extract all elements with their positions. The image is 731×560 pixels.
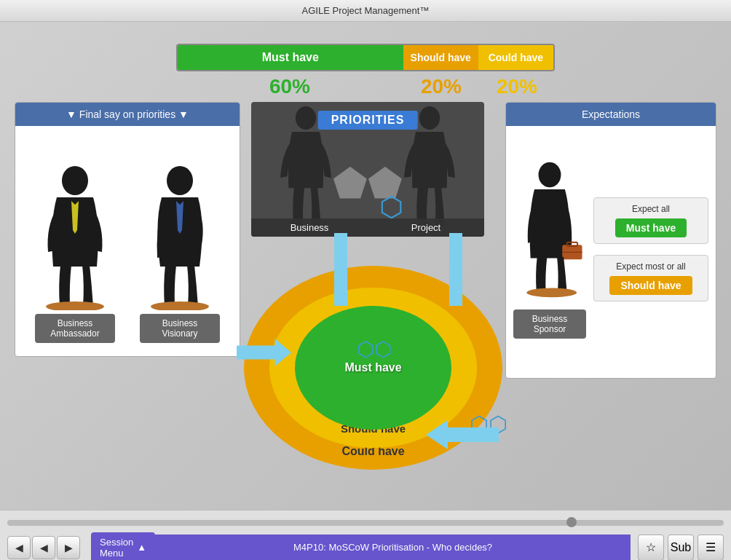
should-percentage: 20% — [403, 75, 479, 98]
session-menu-label: SessionMenu — [100, 537, 133, 559]
must-have-expect-box: Expect all Must have — [593, 197, 708, 244]
next-button[interactable]: ▶ — [57, 536, 80, 559]
slide-title: M4P10: MoSCoW Prioritisation - Who decid… — [155, 535, 631, 560]
left-panel-body: BusinessAmbassador — [15, 126, 240, 350]
center-puzzle-icon: ⬡⬡ — [357, 337, 392, 361]
menu-button[interactable]: ☰ — [698, 535, 724, 561]
must-have-circle: Must have — [295, 306, 451, 430]
bottom-bottom-row: ◀ ◀ ▶ SessionMenu ▲ M4P10: MoSCoW Priori… — [0, 535, 731, 560]
expect-most-title: Expect most or all — [600, 261, 702, 272]
priority-bar: Must have Should have Could have — [176, 44, 555, 71]
must-percentage: 60% — [176, 75, 403, 98]
should-have-badge: Should have — [609, 276, 692, 295]
title-bar: AGILE Project Management™ — [0, 0, 731, 22]
business-ambassador-label: BusinessAmbassador — [35, 314, 115, 343]
svg-point-2 — [167, 166, 193, 195]
star-button[interactable]: ☆ — [638, 535, 664, 561]
could-have-bar: Could have — [478, 45, 553, 70]
percentages: 60% 20% 20% — [176, 75, 555, 98]
business-visionary-figure — [147, 165, 213, 310]
sub-label: Sub — [671, 541, 691, 554]
cyan-pipe-left — [334, 233, 347, 306]
app-title: AGILE Project Management™ — [302, 5, 430, 16]
business-ambassador-container: BusinessAmbassador — [31, 165, 119, 343]
priorities-title: PRIORITIES — [318, 111, 418, 130]
left-panel: ▼ Final say on priorities ▼ — [15, 102, 240, 357]
prev-button[interactable]: ◀ — [32, 536, 55, 559]
sponsor-figure-col: BusinessSponsor — [513, 160, 586, 339]
expectations-col: Expect all Must have Expect most or all … — [593, 197, 708, 301]
prev-back-button[interactable]: ◀ — [7, 536, 31, 559]
progress-thumb[interactable] — [566, 517, 577, 527]
business-ambassador-figure — [42, 165, 108, 310]
business-visionary-label: BusinessVisionary — [140, 314, 220, 343]
must-have-bar: Must have — [178, 45, 403, 70]
nav-buttons: ◀ ◀ ▶ — [0, 536, 87, 559]
session-menu-arrow: ▲ — [137, 542, 146, 553]
business-sponsor-label: BusinessSponsor — [513, 309, 586, 339]
svg-point-9 — [296, 106, 316, 130]
cyan-pipe-right — [449, 233, 462, 306]
must-have-badge: Must have — [615, 218, 687, 237]
svg-point-10 — [419, 106, 440, 130]
bottom-top-row — [0, 510, 731, 535]
should-have-expect-box: Expect most or all Should have — [593, 255, 708, 301]
priority-bar-container: Must have Should have Could have 60% 20%… — [176, 44, 555, 98]
right-panel: Expectations — [505, 102, 716, 379]
svg-point-3 — [151, 301, 209, 310]
progress-bar[interactable] — [7, 520, 724, 526]
svg-point-0 — [62, 166, 88, 195]
business-sponsor-figure — [517, 160, 582, 306]
concentric-area: Could have Should have Must have ⬡⬡ ⬡⬡ — [237, 237, 513, 477]
could-percentage: 20% — [479, 75, 555, 98]
left-panel-header: ▼ Final say on priorities ▼ — [15, 103, 240, 126]
right-panel-body: BusinessSponsor Expect all Must have Exp… — [506, 126, 716, 372]
svg-point-8 — [526, 288, 577, 297]
session-menu-button[interactable]: SessionMenu ▲ — [91, 532, 155, 561]
right-panel-header: Expectations — [506, 103, 716, 126]
svg-point-1 — [46, 301, 104, 310]
project-label: Project — [368, 218, 484, 237]
puzzle-blue-icon: ⬡ — [379, 193, 403, 221]
sub-button[interactable]: Sub — [668, 535, 694, 561]
should-have-bar: Should have — [403, 45, 478, 70]
business-visionary-container: BusinessVisionary — [136, 165, 224, 343]
main-area: Must have Should have Could have 60% 20%… — [0, 22, 731, 532]
svg-point-4 — [539, 162, 561, 187]
right-controls: ☆ Sub ☰ — [631, 535, 731, 561]
priorities-puzzle-area: PRIORITIES ⬟⬟ ⬡ Business Project — [251, 102, 484, 237]
expect-all-title: Expect all — [600, 204, 702, 214]
must-have-label: Must have — [344, 361, 401, 374]
bottom-bar: ◀ ◀ ▶ SessionMenu ▲ M4P10: MoSCoW Priori… — [0, 510, 731, 560]
business-label: Business — [251, 218, 368, 237]
